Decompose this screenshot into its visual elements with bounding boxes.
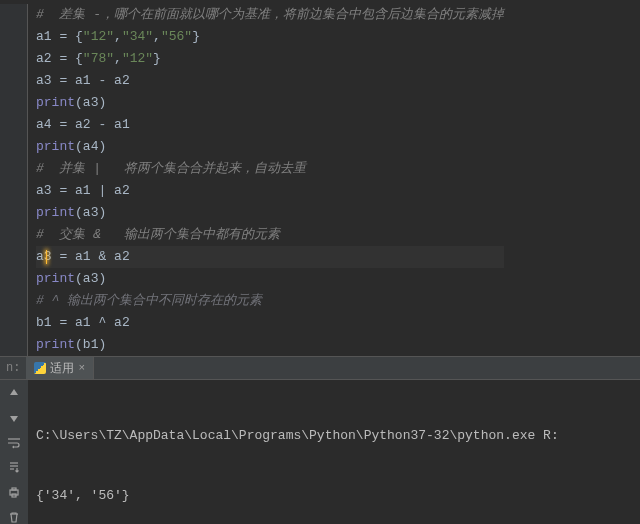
terminal-pane: C:\Users\TZ\AppData\Local\Programs\Pytho…: [0, 380, 640, 524]
code-line: print(a3): [36, 268, 504, 290]
run-tab[interactable]: 适用 ×: [26, 357, 94, 379]
code-line: print(b1): [36, 334, 504, 356]
code-body[interactable]: # 差集 -，哪个在前面就以哪个为基准，将前边集合中包含后边集合的元素减掉a1 …: [28, 4, 504, 356]
arrow-up-icon[interactable]: [6, 386, 22, 401]
code-line: # 差集 -，哪个在前面就以哪个为基准，将前边集合中包含后边集合的元素减掉: [36, 4, 504, 26]
code-editor: # 差集 -，哪个在前面就以哪个为基准，将前边集合中包含后边集合的元素减掉a1 …: [0, 0, 640, 356]
trash-icon[interactable]: [6, 509, 22, 524]
code-line: print(a4): [36, 136, 504, 158]
editor-gutter: [0, 4, 28, 356]
terminal-line: C:\Users\TZ\AppData\Local\Programs\Pytho…: [36, 426, 632, 446]
terminal-output[interactable]: C:\Users\TZ\AppData\Local\Programs\Pytho…: [28, 380, 640, 524]
code-line: a1 = {"12","34","56"}: [36, 26, 504, 48]
code-line: a3 = a1 & a2: [36, 246, 504, 268]
svg-rect-1: [12, 488, 16, 490]
python-file-icon: [34, 362, 46, 374]
close-icon[interactable]: ×: [78, 362, 85, 374]
arrow-down-icon[interactable]: [6, 411, 22, 426]
code-line: a2 = {"78","12"}: [36, 48, 504, 70]
print-icon[interactable]: [6, 485, 22, 500]
code-line: # 交集 & 输出两个集合中都有的元素: [36, 224, 504, 246]
terminal-line: {'34', '56'}: [36, 486, 632, 506]
code-line: print(a3): [36, 92, 504, 114]
soft-wrap-icon[interactable]: [6, 435, 22, 450]
code-line: # ^ 输出两个集合中不同时存在的元素: [36, 290, 504, 312]
terminal-gutter: [0, 380, 28, 524]
code-line: a4 = a2 - a1: [36, 114, 504, 136]
run-tab-label: 适用: [50, 360, 74, 377]
code-line: print(a3): [36, 202, 504, 224]
run-tool-tabbar: n: 适用 ×: [0, 356, 640, 380]
code-line: b1 = a1 ^ a2: [36, 312, 504, 334]
panel-prefix: n:: [0, 361, 26, 375]
code-line: a3 = a1 - a2: [36, 70, 504, 92]
code-line: a3 = a1 | a2: [36, 180, 504, 202]
scroll-end-icon[interactable]: [6, 460, 22, 475]
code-line: # 并集 | 将两个集合合并起来，自动去重: [36, 158, 504, 180]
